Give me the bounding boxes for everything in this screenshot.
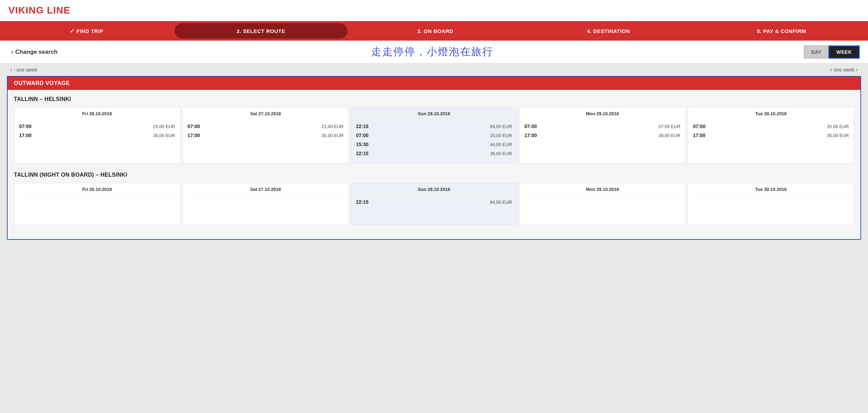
outward-voyage-header: OUTWARD VOYAGE [8, 77, 860, 90]
time-value: 15:30 [356, 142, 368, 147]
route-title-2: TALLINN (NIGHT ON BOARD) – HELSINKI [14, 172, 854, 178]
step-pay-confirm[interactable]: 5. PAY & CONFIRM [695, 21, 868, 41]
next-week-button[interactable]: + one week › [829, 67, 858, 73]
price-value: 37,00 EUR [658, 124, 681, 129]
sailing-row[interactable]: 17:00 39,00 EUR [522, 131, 683, 140]
day-mon-1: Mon 29.10.2018 07:00 37,00 EUR 17:00 39,… [519, 107, 686, 163]
day-label: Tue 30.10.2018 [691, 187, 851, 194]
sailing-row[interactable]: 17:00 35,00 EUR [691, 131, 851, 140]
sailing-row[interactable]: 22:15 36,00 EUR [354, 149, 514, 158]
sailing-row[interactable]: 22:15 84,00 EUR [354, 122, 514, 130]
chevron-left-icon: ‹ [11, 48, 13, 56]
main-content: OUTWARD VOYAGE TALLINN – HELSINKI Fri 26… [0, 76, 868, 259]
time-value: 22:15 [356, 151, 368, 156]
voyage-body: TALLINN – HELSINKI Fri 26.10.2018 07:00 … [8, 90, 860, 239]
sailing-row[interactable]: 07:00 20,00 EUR [354, 131, 514, 140]
day-sun-2: Sun 28.10.2018 22:15 84,00 EUR [351, 183, 517, 225]
view-toggle: DAY WEEK [804, 45, 860, 59]
chevron-left-icon: ‹ [10, 67, 12, 73]
sailing-row[interactable]: 07:00 21,00 EUR [186, 122, 346, 130]
chevron-right-icon: › [856, 67, 858, 73]
schedule-grid-2: Fri 26.10.2018 Sat 27.10.2018 Sun 28.10.… [14, 183, 854, 225]
price-value: 20,00 EUR [490, 133, 512, 138]
outward-voyage-section: OUTWARD VOYAGE TALLINN – HELSINKI Fri 26… [7, 76, 861, 240]
price-value: 25,00 EUR [153, 124, 175, 129]
week-navigation: ‹ - one week + one week › [0, 64, 868, 76]
day-label: Mon 29.10.2018 [522, 111, 683, 119]
price-value: 35,00 EUR [827, 133, 849, 138]
price-value: 21,00 EUR [322, 124, 344, 129]
day-fri-2: Fri 26.10.2018 [14, 183, 180, 225]
step-on-board[interactable]: 3. ON BOARD [349, 21, 522, 41]
day-label: Tue 30.10.2018 [691, 111, 851, 119]
step-find-trip[interactable]: ✓ FIND TRIP [0, 21, 173, 41]
price-value: 36,00 EUR [490, 151, 512, 156]
week-view-button[interactable]: WEEK [828, 45, 860, 59]
day-label: Fri 26.10.2018 [17, 111, 177, 119]
day-sat-1: Sat 27.10.2018 07:00 21,00 EUR 17:00 35,… [182, 107, 349, 163]
time-value: 17:00 [188, 133, 200, 138]
time-value: 07:00 [188, 124, 200, 129]
day-view-button[interactable]: DAY [804, 45, 828, 59]
time-value: 17:00 [19, 133, 32, 138]
brand-logo: VIKING LINE [8, 5, 70, 16]
sailing-row[interactable]: 22:15 84,00 EUR [354, 198, 514, 206]
sailing-row[interactable]: 17:00 35,00 EUR [186, 131, 346, 140]
day-mon-2: Mon 29.10.2018 [519, 183, 686, 225]
time-value: 07:00 [356, 133, 368, 138]
day-tue-2: Tue 30.10.2018 [688, 183, 854, 225]
time-value: 22:15 [356, 124, 368, 129]
price-value: 44,00 EUR [490, 142, 512, 147]
sailing-row[interactable]: 07:00 37,00 EUR [522, 122, 683, 130]
sailing-row[interactable]: 15:30 44,00 EUR [354, 140, 514, 149]
price-value: 25,00 EUR [827, 124, 849, 129]
prev-week-button[interactable]: ‹ - one week [10, 67, 37, 73]
day-label: Sat 27.10.2018 [186, 187, 346, 194]
price-value: 39,00 EUR [658, 133, 681, 138]
header: VIKING LINE [0, 0, 868, 21]
search-bar: ‹ Change search 走走停停，小燈泡在旅行 DAY WEEK [0, 41, 868, 64]
day-tue-1: Tue 30.10.2018 07:00 25,00 EUR 17:00 35,… [688, 107, 854, 163]
step-select-route[interactable]: 2. SELECT ROUTE [175, 23, 348, 39]
time-value: 17:00 [525, 133, 537, 138]
time-value: 07:00 [693, 124, 705, 129]
time-value: 17:00 [693, 133, 705, 138]
day-label: Mon 29.10.2018 [522, 187, 683, 194]
time-value: 07:00 [525, 124, 537, 129]
checkmark-icon: ✓ [70, 28, 75, 34]
route-title-1: TALLINN – HELSINKI [14, 96, 854, 102]
price-value: 35,00 EUR [153, 133, 175, 138]
day-label: Sun 28.10.2018 [354, 187, 514, 194]
price-value: 35,00 EUR [322, 133, 344, 138]
day-label: Sat 27.10.2018 [186, 111, 346, 119]
route-tallinn-night-helsinki: TALLINN (NIGHT ON BOARD) – HELSINKI Fri … [14, 172, 854, 225]
watermark-text: 走走停停，小燈泡在旅行 [65, 45, 800, 59]
change-search-button[interactable]: ‹ Change search [8, 47, 60, 57]
day-fri-1: Fri 26.10.2018 07:00 25,00 EUR 17:00 35,… [14, 107, 180, 163]
sailing-row[interactable]: 07:00 25,00 EUR [17, 122, 177, 130]
step-destination[interactable]: 4. DESTINATION [522, 21, 695, 41]
sailing-row[interactable]: 07:00 25,00 EUR [691, 122, 851, 130]
price-value: 84,00 EUR [490, 124, 512, 129]
day-label: Fri 26.10.2018 [17, 187, 177, 194]
route-tallinn-helsinki: TALLINN – HELSINKI Fri 26.10.2018 07:00 … [14, 96, 854, 163]
schedule-grid-1: Fri 26.10.2018 07:00 25,00 EUR 17:00 35,… [14, 107, 854, 163]
price-value: 84,00 EUR [490, 200, 512, 205]
day-sat-2: Sat 27.10.2018 [182, 183, 349, 225]
nav-steps: ✓ FIND TRIP 2. SELECT ROUTE 3. ON BOARD … [0, 21, 868, 41]
sailing-row[interactable]: 17:00 35,00 EUR [17, 131, 177, 140]
day-sun-1: Sun 28.10.2018 22:15 84,00 EUR 07:00 20,… [351, 107, 517, 163]
time-value: 07:00 [19, 124, 32, 129]
time-value: 22:15 [356, 199, 368, 205]
day-label: Sun 28.10.2018 [354, 111, 514, 119]
